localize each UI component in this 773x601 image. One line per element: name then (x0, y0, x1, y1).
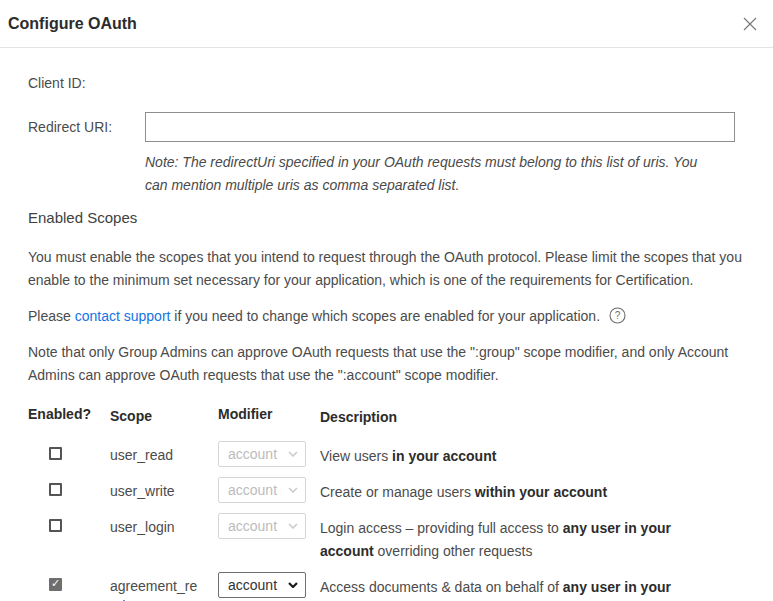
chevron-down-icon (288, 523, 298, 529)
scope-name: agreement_read (110, 572, 202, 601)
admin-note-text: Note that only Group Admins can approve … (28, 341, 743, 387)
dialog-body: Client ID: Redirect URI: Note: The redir… (0, 48, 773, 601)
scope-enabled-checkbox[interactable] (49, 578, 62, 591)
scope-name: user_login (110, 513, 202, 537)
scope-row: agreement_read account Access documents … (28, 572, 735, 601)
col-header-description: Description (320, 406, 720, 429)
modifier-selected-value: account (228, 446, 277, 462)
close-icon[interactable] (742, 16, 758, 32)
scope-description: Create or manage users within your accou… (320, 477, 720, 504)
redirect-uri-row: Redirect URI: (28, 112, 735, 142)
modifier-select[interactable]: account (218, 441, 306, 467)
chevron-down-icon (288, 487, 298, 493)
chevron-down-icon (288, 582, 298, 588)
scope-description: Login access – providing full access to … (320, 513, 720, 563)
redirect-uri-note: Note: The redirectUri specified in your … (145, 151, 723, 197)
redirect-uri-input[interactable] (145, 112, 735, 142)
client-id-row: Client ID: (28, 74, 735, 93)
scope-name: user_write (110, 477, 202, 501)
modifier-selected-value: account (228, 577, 277, 593)
redirect-uri-label: Redirect URI: (28, 112, 145, 137)
dialog-title: Configure OAuth (8, 15, 137, 33)
col-header-modifier: Modifier (218, 406, 320, 422)
configure-oauth-dialog: Configure OAuth Client ID: Redirect URI:… (0, 0, 773, 601)
svg-text:?: ? (615, 310, 621, 321)
dialog-header: Configure OAuth (0, 0, 773, 48)
scopes-table-rows: user_read account View users in your acc… (28, 441, 735, 601)
chevron-down-icon (288, 451, 298, 457)
client-id-label: Client ID: (28, 74, 145, 93)
modifier-selected-value: account (228, 482, 277, 498)
contact-support-text: Please contact support if you need to ch… (28, 305, 743, 328)
scope-description: View users in your account (320, 441, 720, 468)
enabled-scopes-heading: Enabled Scopes (28, 209, 735, 226)
scopes-table: Enabled? Scope Modifier Description user… (28, 406, 735, 601)
scope-row: user_read account View users in your acc… (28, 441, 735, 468)
modifier-select[interactable]: account (218, 477, 306, 503)
scopes-intro-text: You must enable the scopes that you inte… (28, 246, 743, 292)
modifier-select[interactable]: account (218, 513, 306, 539)
scope-enabled-checkbox[interactable] (49, 483, 62, 496)
scope-enabled-checkbox[interactable] (49, 447, 62, 460)
scope-description: Access documents & data on behalf of any… (320, 572, 720, 601)
scope-name: user_read (110, 441, 202, 465)
modifier-selected-value: account (228, 518, 277, 534)
modifier-select[interactable]: account (218, 572, 306, 598)
contact-support-link[interactable]: contact support (75, 308, 171, 324)
help-icon[interactable]: ? (609, 307, 626, 324)
scope-enabled-checkbox[interactable] (49, 519, 62, 532)
col-header-enabled: Enabled? (28, 406, 110, 422)
support-prefix: Please (28, 308, 75, 324)
scope-row: user_write account Create or manage user… (28, 477, 735, 504)
scope-row: user_login account Login access – provid… (28, 513, 735, 563)
scopes-table-header: Enabled? Scope Modifier Description (28, 406, 735, 429)
support-suffix: if you need to change which scopes are e… (170, 308, 600, 324)
col-header-scope: Scope (110, 406, 202, 426)
